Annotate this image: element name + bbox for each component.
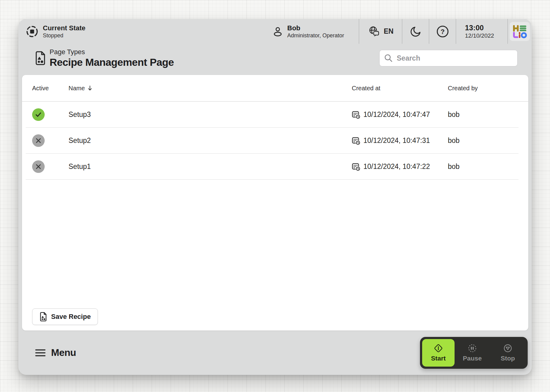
column-header-created-at: Created at	[352, 85, 440, 92]
svg-text:?: ?	[440, 28, 444, 35]
language-selector[interactable]: EN	[359, 19, 402, 44]
start-button[interactable]: Start	[422, 339, 455, 367]
bottom-bar: Menu Start	[18, 330, 532, 375]
search-box[interactable]	[379, 50, 518, 66]
user-name: Bob	[287, 24, 344, 32]
created-by-value: bob	[448, 162, 518, 171]
recipe-name: Setup2	[69, 136, 344, 145]
pause-button[interactable]: Pause	[455, 339, 490, 367]
app-window: Current State Stopped Bob Administrator,…	[18, 19, 532, 375]
start-label: Start	[431, 355, 446, 362]
inactive-x-icon	[32, 134, 45, 147]
table-row[interactable]: Setup2 10/12/2024, 10:47:31 bob	[22, 128, 528, 154]
inactive-x-icon	[32, 160, 45, 173]
recipe-name: Setup3	[69, 110, 344, 119]
current-state-indicator: Current State Stopped	[18, 19, 85, 44]
page-title: Recipe Management Page	[50, 57, 174, 68]
table-body: Setup3 10/12/2024, 10:47:47 bob	[22, 102, 528, 180]
column-header-name-label: Name	[69, 85, 85, 92]
active-check-icon	[32, 108, 45, 121]
search-input[interactable]	[397, 54, 513, 62]
top-bar: Current State Stopped Bob Administrator,…	[18, 19, 532, 44]
hamburger-menu-icon	[35, 349, 46, 357]
column-header-name[interactable]: Name	[69, 85, 344, 92]
recipe-name: Setup1	[69, 162, 344, 171]
calendar-clock-icon	[352, 110, 360, 119]
table-row[interactable]: Setup1 10/12/2024, 10:47:22 bob	[22, 154, 528, 180]
menu-label: Menu	[51, 347, 76, 358]
start-icon	[433, 343, 443, 353]
recipe-table-card: Active Name Created at Created by	[22, 75, 528, 330]
sort-down-icon	[87, 85, 93, 91]
created-by-value: bob	[448, 110, 518, 119]
stop-label: Stop	[501, 355, 515, 362]
menu-button[interactable]: Menu	[35, 347, 76, 358]
dark-mode-toggle[interactable]	[402, 19, 429, 44]
calendar-clock-icon	[352, 162, 360, 171]
calendar-clock-icon	[352, 136, 360, 145]
stop-icon	[503, 343, 513, 353]
save-recipe-icon	[39, 312, 47, 322]
machine-controls: Start Pause	[420, 337, 528, 369]
helio-logo	[508, 19, 532, 44]
pause-icon	[467, 343, 477, 353]
dark-mode-moon-icon	[410, 25, 422, 38]
clock-display: 13:00 12/10/2022	[456, 19, 507, 44]
language-value: EN	[384, 27, 394, 35]
created-at-value: 10/12/2024, 10:47:22	[363, 162, 430, 171]
search-icon	[384, 54, 393, 63]
date-value: 12/10/2022	[465, 32, 494, 39]
column-header-created-by: Created by	[448, 85, 518, 92]
language-globe-icon	[368, 25, 381, 38]
created-at-value: 10/12/2024, 10:47:47	[363, 110, 430, 119]
stopped-state-icon	[25, 25, 39, 38]
page-header: Page Types Recipe Management Page	[18, 44, 532, 75]
table-header-row: Active Name Created at Created by	[22, 75, 528, 102]
pause-label: Pause	[463, 355, 482, 362]
breadcrumb: Page Types	[50, 48, 174, 56]
table-row[interactable]: Setup3 10/12/2024, 10:47:47 bob	[22, 102, 528, 128]
user-roles: Administrator, Operator	[287, 32, 344, 39]
save-recipe-label: Save Recipe	[51, 313, 91, 321]
save-recipe-button[interactable]: Save Recipe	[32, 308, 98, 325]
help-button[interactable]: ?	[429, 19, 456, 44]
current-state-label: Current State	[43, 24, 85, 32]
created-at-value: 10/12/2024, 10:47:31	[363, 136, 430, 145]
time-value: 13:00	[465, 24, 494, 32]
created-by-value: bob	[448, 136, 518, 145]
current-state-value: Stopped	[43, 32, 85, 39]
user-menu[interactable]: Bob Administrator, Operator	[267, 19, 359, 44]
help-icon: ?	[436, 25, 449, 38]
page-type-icon	[34, 51, 46, 65]
user-icon	[272, 26, 284, 37]
helio-logo-tile	[510, 22, 530, 41]
stop-button[interactable]: Stop	[490, 339, 526, 367]
column-header-active: Active	[32, 85, 61, 92]
